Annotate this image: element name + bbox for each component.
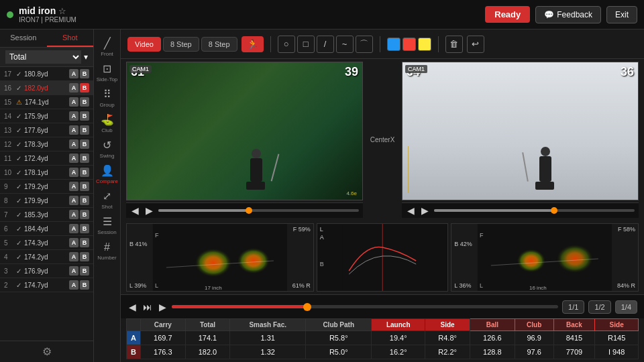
app-subtitle: IRON7 | PREMIUM	[19, 16, 76, 23]
td-a-clubpath: R5.8°	[306, 331, 372, 345]
swing-icon: ↺	[103, 139, 111, 152]
undo-button[interactable]: ↩	[467, 36, 484, 53]
list-item[interactable]: 10 ✓ 178.1yd AB	[0, 166, 93, 180]
play-button-right[interactable]: ▶	[420, 205, 430, 216]
progress-left[interactable]	[158, 209, 359, 212]
feedback-button[interactable]: 💬 Feedback	[535, 6, 601, 23]
list-item[interactable]: 11 ✓ 172.4yd AB	[0, 152, 93, 166]
shot-selector: Total Carry ▾	[0, 48, 93, 67]
heatmap-row: F 59% L 39% 61% R B 41%	[121, 221, 644, 294]
list-item[interactable]: 14 ✓ 175.9yd AB	[0, 109, 93, 123]
svg-point-1	[195, 248, 232, 278]
list-item[interactable]: 4 ✓ 174.2yd AB	[0, 250, 93, 264]
td-b-side2: I 948	[595, 345, 639, 359]
rail-number[interactable]: # Number	[95, 239, 119, 263]
data-table: Carry Total Smash Fac. Club Path Launch …	[126, 318, 639, 359]
td-b-total: 182.0	[185, 345, 230, 359]
playback-left: ◀ ▶	[126, 202, 363, 218]
header: mid iron ☆ IRON7 | PREMIUM Ready 💬 Feedb…	[0, 0, 644, 29]
status-dot	[7, 11, 13, 18]
shot-type-select[interactable]: Total Carry	[5, 50, 81, 64]
pose-icon: 🏃	[247, 39, 258, 50]
list-item[interactable]: 2 ✓ 174.7yd AB	[0, 278, 93, 292]
list-item[interactable]: 16 ✓ 182.0yd AB	[0, 81, 93, 95]
divider	[270, 36, 271, 52]
page-1-2[interactable]: 1/2	[588, 300, 610, 314]
exit-button[interactable]: Exit	[606, 6, 637, 23]
color-yellow[interactable]	[418, 38, 431, 51]
divider2	[380, 36, 380, 52]
heatmap-right-f: F 58%	[618, 226, 635, 233]
td-a-launch: 19.4°	[372, 331, 425, 345]
th-club: Club	[515, 319, 553, 331]
list-item[interactable]: 7 ✓ 185.3yd AB	[0, 208, 93, 222]
trajectory-chart: L A B	[317, 223, 448, 292]
prev-frame-button[interactable]: ◀	[127, 302, 138, 312]
heatmap-right-b: B 42%	[454, 241, 472, 247]
rail-club[interactable]: ⛳ Club	[95, 111, 119, 135]
list-item[interactable]: 9 ✓ 179.2yd AB	[0, 180, 93, 194]
list-item[interactable]: 12 ✓ 178.3yd AB	[0, 137, 93, 152]
centerx-label: CenterX	[370, 136, 395, 143]
th-carry: Carry	[140, 319, 185, 331]
settings-icon[interactable]: ⚙	[42, 345, 52, 358]
bottom-progress-bar[interactable]	[172, 305, 558, 308]
list-item[interactable]: 6 ✓ 184.4yd AB	[0, 222, 93, 236]
td-a-carry: 169.7	[140, 331, 185, 345]
divider3	[438, 36, 439, 52]
td-a-label: A	[127, 331, 141, 345]
toolbar: Video 8 Step 8 Step 🏃 ○ □ / ~ ⌒	[121, 29, 644, 59]
th-label	[127, 319, 141, 331]
list-item[interactable]: 17 ✓ 180.8yd AB	[0, 67, 93, 81]
list-item[interactable]: 13 ✓ 177.6yd AB	[0, 123, 93, 137]
page-1-1[interactable]: 1/1	[562, 300, 584, 314]
session-icon: ☰	[103, 215, 112, 228]
svg-point-2	[237, 247, 270, 274]
progress-right[interactable]	[434, 209, 635, 212]
rail-sidetop[interactable]: ⊡ Side-Top	[95, 60, 119, 84]
line-tool[interactable]: /	[317, 36, 334, 53]
tab-shot[interactable]: Shot	[47, 29, 94, 47]
rail-shot[interactable]: ⤢ Shot	[95, 188, 119, 212]
rail-compare[interactable]: 👤 Compare	[95, 162, 119, 186]
rail-front[interactable]: ╱ Front	[95, 35, 119, 59]
tab-session[interactable]: Session	[0, 29, 47, 47]
list-item[interactable]: 15 ⚠ 174.1yd AB	[0, 95, 93, 109]
play-button-left[interactable]: ▶	[144, 205, 154, 216]
play-all-button[interactable]: ▶	[158, 302, 168, 312]
step8a-button[interactable]: 8 Step	[163, 37, 199, 52]
list-item[interactable]: 8 ✓ 179.9yd AB	[0, 194, 93, 208]
chevron-down-icon: ▾	[84, 52, 88, 62]
td-a-back: 8415	[553, 331, 595, 345]
prev-button-left[interactable]: ◀	[130, 205, 140, 216]
heatmap-left: F 59% L 39% 61% R B 41%	[126, 223, 314, 292]
list-item[interactable]: 3 ✓ 176.9yd AB	[0, 264, 93, 278]
rail-group[interactable]: ⠿ Group	[95, 86, 119, 110]
rail-session[interactable]: ☰ Session	[95, 213, 119, 237]
color-red[interactable]	[402, 38, 416, 51]
video-area: CAM1 CAM1 4.6e	[121, 59, 644, 221]
heatmap-left-chart: F L 17 inch	[127, 224, 313, 291]
trajectory-svg	[317, 224, 447, 291]
circle-tool[interactable]: ○	[278, 36, 295, 53]
prev-button-right[interactable]: ◀	[406, 205, 416, 216]
rect-tool[interactable]: □	[297, 36, 315, 53]
color-blue[interactable]	[387, 38, 400, 51]
cam2-label2: CAM1	[405, 65, 427, 73]
pose-button[interactable]: 🏃	[241, 36, 264, 52]
arc-tool[interactable]: ⌒	[356, 36, 373, 53]
ready-button[interactable]: Ready	[485, 6, 530, 23]
td-b-launch: 16.2°	[372, 345, 425, 359]
progress-thumb	[303, 303, 311, 311]
shot-list: 17 ✓ 180.8yd AB 16 ✓ 182.0yd AB 15 ⚠ 174…	[0, 67, 93, 341]
page-1-4[interactable]: 1/4	[615, 300, 637, 314]
th-side: Side	[425, 319, 470, 331]
list-item[interactable]: 5 ✓ 174.3yd AB	[0, 236, 93, 250]
heatmap-right-l: L 36%	[454, 282, 471, 289]
delete-button[interactable]: 🗑	[445, 36, 463, 53]
rail-swing[interactable]: ↺ Swing	[95, 137, 119, 161]
video-button[interactable]: Video	[127, 37, 161, 52]
step-forward-button[interactable]: ⏭	[142, 302, 154, 312]
curve-tool[interactable]: ~	[336, 36, 354, 53]
step8b-button[interactable]: 8 Step	[201, 37, 237, 52]
